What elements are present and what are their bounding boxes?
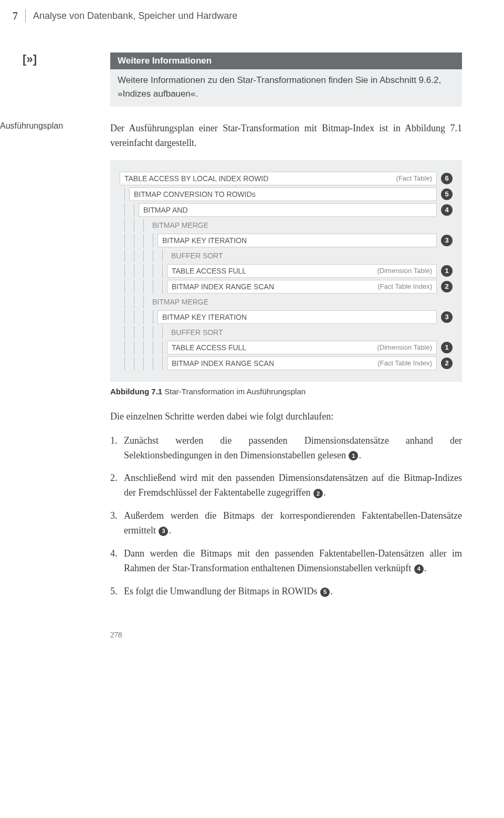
plan-step: BITMAP CONVERSION TO ROWIDs — [129, 187, 437, 201]
plan-step: TABLE ACCESS FULL(Dimension Table) — [167, 264, 437, 278]
tree-line — [139, 219, 148, 232]
tree-line — [139, 326, 148, 339]
plan-step: BITMAP INDEX RANGE SCAN(Fact Table Index… — [167, 356, 437, 370]
plan-step-label: BITMAP KEY ITERATION — [162, 313, 247, 321]
step-badge: 5 — [441, 188, 453, 200]
tree-line — [120, 249, 129, 262]
info-box-title: Weitere Informationen — [110, 53, 462, 69]
plan-row: BITMAP INDEX RANGE SCAN(Fact Table Index… — [120, 356, 453, 370]
tree-line — [148, 280, 158, 293]
steps-list: 1.Zunächst werden die passenden Dimensio… — [110, 434, 462, 599]
page-number: 278 — [110, 631, 462, 639]
chapter-number: 7 — [0, 10, 25, 22]
list-text: Anschließend wird mit den passenden Dime… — [124, 471, 462, 500]
margin-label: Ausführungsplan — [0, 121, 79, 131]
step-badge: 2 — [441, 358, 453, 369]
tree-line — [148, 264, 158, 278]
tree-line — [129, 326, 139, 339]
plan-step: BUFFER SORT — [167, 326, 437, 339]
plan-step-label: TABLE ACCESS FULL — [172, 343, 246, 352]
header-divider — [25, 9, 26, 22]
info-box: Weitere Informationen Weitere Informatio… — [110, 53, 462, 107]
tree-line — [158, 326, 167, 339]
step-badge: 2 — [313, 489, 323, 498]
plan-row: BITMAP KEY ITERATION3 — [120, 310, 453, 324]
list-text: Es folgt die Umwandlung der Bitmaps in R… — [124, 584, 462, 599]
plan-step-label: TABLE ACCESS BY LOCAL INDEX ROWID — [124, 174, 268, 183]
plan-row: BITMAP CONVERSION TO ROWIDs5 — [120, 187, 453, 201]
step-badge: 6 — [441, 173, 453, 184]
tree-line — [129, 203, 139, 217]
tree-line — [148, 249, 158, 262]
tree-line — [120, 341, 129, 354]
list-item: 3.Außerdem werden die Bitmaps der korres… — [110, 509, 462, 538]
crossref-icon: [»] — [16, 53, 37, 66]
tree-line — [158, 264, 167, 278]
plan-row: TABLE ACCESS FULL(Dimension Table)1 — [120, 264, 453, 278]
plan-step: BUFFER SORT — [167, 249, 437, 262]
tree-line — [129, 341, 139, 354]
plan-step-label: BUFFER SORT — [171, 328, 223, 337]
plan-step: BITMAP INDEX RANGE SCAN(Fact Table Index… — [167, 280, 437, 293]
tree-line — [129, 264, 139, 278]
chapter-title: Analyse von Datenbank, Speicher und Hard… — [33, 11, 237, 22]
plan-step-object: (Dimension Table) — [377, 267, 432, 275]
plan-row: BITMAP MERGE — [120, 296, 453, 308]
plan-row: BUFFER SORT — [120, 326, 453, 339]
tree-line — [139, 280, 148, 293]
step-badge: 2 — [441, 281, 453, 292]
figure-caption-number: Abbildung 7.1 — [110, 387, 162, 396]
tree-line — [139, 249, 148, 262]
step-badge: 5 — [320, 588, 330, 597]
plan-step-label: BITMAP MERGE — [152, 298, 208, 306]
plan-step: BITMAP AND — [139, 203, 437, 217]
tree-line — [120, 326, 129, 339]
tree-line — [158, 249, 167, 262]
tree-line — [148, 234, 158, 247]
tree-line — [129, 296, 139, 308]
tree-line — [120, 234, 129, 247]
step-badge: 1 — [349, 451, 358, 460]
tree-line — [120, 356, 129, 370]
plan-step: BITMAP MERGE — [148, 296, 437, 308]
intro-paragraph: Der Ausführungsplan einer Star-Transform… — [110, 121, 462, 151]
tree-line — [120, 280, 129, 293]
plan-step-object: (Fact Table) — [396, 174, 432, 182]
plan-step-label: BITMAP MERGE — [152, 221, 208, 229]
paragraph-section: Ausführungsplan Der Ausführungsplan eine… — [42, 121, 462, 151]
plan-row: BUFFER SORT — [120, 249, 453, 262]
tree-line — [139, 356, 148, 370]
page-content: [»] Weitere Informationen Weitere Inform… — [0, 26, 504, 655]
tree-line — [139, 310, 148, 324]
tree-line — [129, 310, 139, 324]
tree-line — [148, 310, 158, 324]
step-badge: 3 — [441, 311, 453, 323]
tree-line — [158, 341, 167, 354]
list-number: 3. — [110, 509, 124, 538]
plan-step: TABLE ACCESS FULL(Dimension Table) — [167, 341, 437, 354]
step-badge: 4 — [414, 564, 424, 574]
plan-row: TABLE ACCESS FULL(Dimension Table)1 — [120, 341, 453, 354]
plan-row: BITMAP MERGE — [120, 219, 453, 232]
tree-line — [158, 280, 167, 293]
plan-step-label: TABLE ACCESS FULL — [172, 267, 246, 275]
plan-step-label: BITMAP INDEX RANGE SCAN — [172, 282, 274, 291]
tree-line — [120, 203, 129, 217]
list-item: 1.Zunächst werden die passenden Dimensio… — [110, 434, 462, 463]
tree-line — [148, 356, 158, 370]
tree-line — [129, 280, 139, 293]
list-number: 4. — [110, 547, 124, 576]
step-badge: 4 — [441, 204, 453, 216]
plan-step-label: BITMAP INDEX RANGE SCAN — [172, 359, 274, 368]
tree-line — [129, 234, 139, 247]
plan-step-label: BITMAP CONVERSION TO ROWIDs — [134, 190, 256, 198]
plan-step-object: (Dimension Table) — [377, 343, 432, 351]
list-text: Außerdem werden die Bitmaps der korrespo… — [124, 509, 462, 538]
chapter-header: 7 Analyse von Datenbank, Speicher und Ha… — [0, 0, 504, 26]
tree-line — [158, 356, 167, 370]
plan-step-object: (Fact Table Index) — [377, 359, 432, 367]
execution-plan-diagram: TABLE ACCESS BY LOCAL INDEX ROWID(Fact T… — [110, 160, 462, 382]
tree-line — [139, 296, 148, 308]
step-badge: 3 — [441, 235, 453, 246]
plan-step: BITMAP KEY ITERATION — [158, 310, 437, 324]
